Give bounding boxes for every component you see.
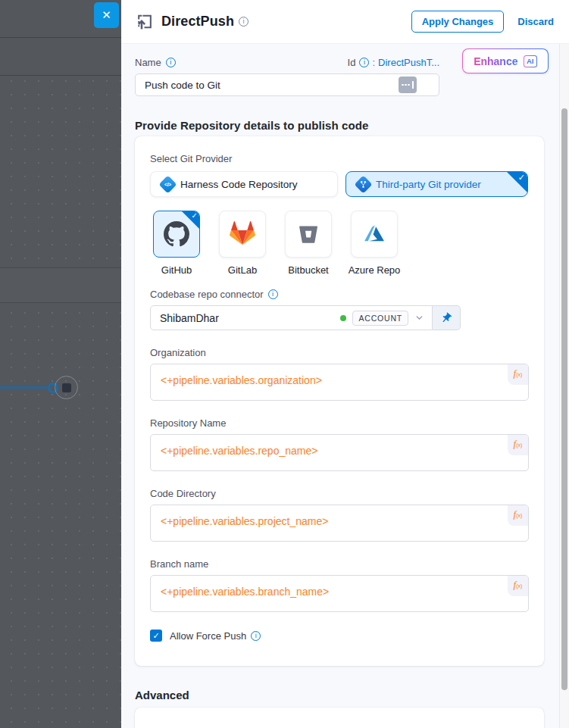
tile-azure-repo[interactable] [351, 211, 398, 258]
code-directory-value: <+pipeline.variables.project_name> [161, 515, 328, 527]
tile-gitlab[interactable] [219, 211, 266, 258]
ai-badge-icon: AI [524, 55, 538, 67]
step-id-group: Id i : DirectPushT... [348, 57, 439, 68]
direct-push-step-icon [135, 12, 154, 31]
tile-github[interactable] [153, 211, 200, 258]
allow-force-push-label: Allow Force Push [170, 630, 246, 642]
advanced-card[interactable] [135, 708, 544, 728]
pipeline-edge-line [0, 386, 49, 389]
repository-name-label: Repository Name [150, 417, 529, 429]
scrollbar-track[interactable] [559, 44, 569, 728]
close-panel-button[interactable]: ✕ [94, 2, 119, 28]
apply-changes-button[interactable]: Apply Changes [411, 11, 505, 33]
name-input-wrap [135, 73, 439, 96]
git-provider-label: Select Git Provider [150, 153, 529, 164]
connector-label-row: Codebase repo connector i [150, 289, 529, 300]
organization-value: <+pipeline.variables.organization> [161, 374, 322, 386]
github-icon [164, 221, 189, 247]
pipeline-step-config-screen: ✕ DirectPush i Apply Changes Discard [0, 0, 569, 728]
pipeline-canvas: ✕ [0, 0, 121, 728]
azure-icon [362, 222, 386, 246]
organization-label: Organization [150, 347, 529, 358]
title-info-icon[interactable]: i [239, 17, 249, 27]
tile-label-github: GitHub [161, 264, 192, 276]
drawer-body: Name i Id i : DirectPushT... Enhance AI [121, 44, 569, 728]
fx-expression-icon[interactable]: f(x) [508, 505, 528, 526]
page-title: DirectPush [161, 14, 234, 30]
tile-col-github: GitHub [153, 211, 200, 276]
id-value[interactable]: DirectPushT... [378, 57, 439, 68]
id-info-icon[interactable]: i [359, 58, 369, 67]
tile-label-azure-repo: Azure Repo [349, 264, 401, 276]
bitbucket-icon [297, 223, 320, 245]
gitlab-icon [229, 221, 256, 247]
connector-info-icon[interactable]: i [268, 289, 278, 299]
connector-control: ShibamDhar ACCOUNT [150, 305, 461, 330]
connector-scope-badge: ACCOUNT [352, 311, 408, 326]
repository-name-input[interactable]: <+pipeline.variables.repo_name> f(x) [150, 434, 529, 471]
code-directory-input[interactable]: <+pipeline.variables.project_name> f(x) [150, 505, 529, 542]
fx-expression-icon[interactable]: f(x) [508, 576, 528, 596]
name-info-icon[interactable]: i [166, 58, 176, 67]
discard-button[interactable]: Discard [517, 16, 554, 27]
step-name-input[interactable] [135, 73, 439, 96]
repository-section-heading: Provide Repository details to publish co… [135, 119, 548, 132]
force-push-info-icon[interactable]: i [251, 631, 261, 641]
harness-code-icon: </> [158, 175, 177, 193]
enhance-ai-button[interactable]: Enhance AI [462, 48, 549, 73]
pipeline-end-node[interactable] [55, 376, 78, 399]
branch-name-input[interactable]: <+pipeline.variables.branch_name> f(x) [150, 575, 529, 612]
tile-col-bitbucket: Bitbucket [285, 211, 332, 276]
connector-select[interactable]: ShibamDhar ACCOUNT [150, 305, 433, 330]
repository-name-value: <+pipeline.variables.repo_name> [161, 445, 317, 457]
fx-expression-icon[interactable]: f(x) [508, 435, 528, 455]
multi-type-input-icon[interactable] [399, 77, 417, 93]
scrollbar-thumb[interactable] [561, 108, 567, 690]
field-code-directory: Code Directory <+pipeline.variables.proj… [150, 488, 529, 542]
git-provider-options: </> Harness Code Repository Third-party … [150, 171, 529, 197]
force-push-row: Allow Force Push i [150, 630, 529, 642]
organization-input[interactable]: <+pipeline.variables.organization> f(x) [150, 364, 529, 401]
name-label: Name [135, 57, 161, 68]
connector-value: ShibamDhar [160, 312, 219, 324]
branch-name-label: Branch name [150, 558, 529, 570]
repository-details-card: Select Git Provider </> Harness Code Rep… [135, 136, 544, 666]
allow-force-push-checkbox[interactable] [150, 630, 162, 642]
option-third-party-git-provider[interactable]: Third-party Git provider [345, 171, 528, 197]
branch-name-value: <+pipeline.variables.branch_name> [161, 586, 329, 598]
id-label: Id [348, 57, 356, 68]
field-repository-name: Repository Name <+pipeline.variables.rep… [150, 417, 529, 471]
stage-lane-band [0, 267, 121, 303]
name-id-row: Name i Id i : DirectPushT... [135, 57, 439, 68]
id-colon: : [372, 57, 375, 68]
step-config-drawer: DirectPush i Apply Changes Discard Name … [121, 0, 569, 728]
code-directory-label: Code Directory [150, 488, 529, 499]
git-fork-icon [354, 175, 372, 193]
option-harness-code-repository[interactable]: </> Harness Code Repository [150, 171, 338, 197]
drawer-header: DirectPush i Apply Changes Discard [121, 0, 569, 44]
advanced-section-heading: Advanced [135, 689, 548, 701]
connector-status-dot [340, 315, 346, 321]
field-organization: Organization <+pipeline.variables.organi… [150, 347, 529, 401]
tile-col-gitlab: GitLab [219, 211, 266, 276]
fx-expression-icon[interactable]: f(x) [508, 364, 528, 385]
tile-label-gitlab: GitLab [228, 264, 257, 276]
connector-label: Codebase repo connector [150, 289, 264, 300]
close-icon: ✕ [102, 8, 111, 22]
stop-icon [62, 383, 71, 392]
enhance-label: Enhance [474, 55, 517, 67]
tile-bitbucket[interactable] [285, 211, 332, 258]
tile-col-azure: Azure Repo [351, 211, 398, 276]
chevron-down-icon[interactable] [414, 313, 424, 323]
pin-connector-button[interactable] [433, 305, 461, 330]
pin-icon [438, 309, 455, 327]
provider-tiles: GitHub [153, 211, 529, 276]
field-branch-name: Branch name <+pipeline.variables.branch_… [150, 558, 529, 612]
tile-label-bitbucket: Bitbucket [288, 264, 328, 276]
